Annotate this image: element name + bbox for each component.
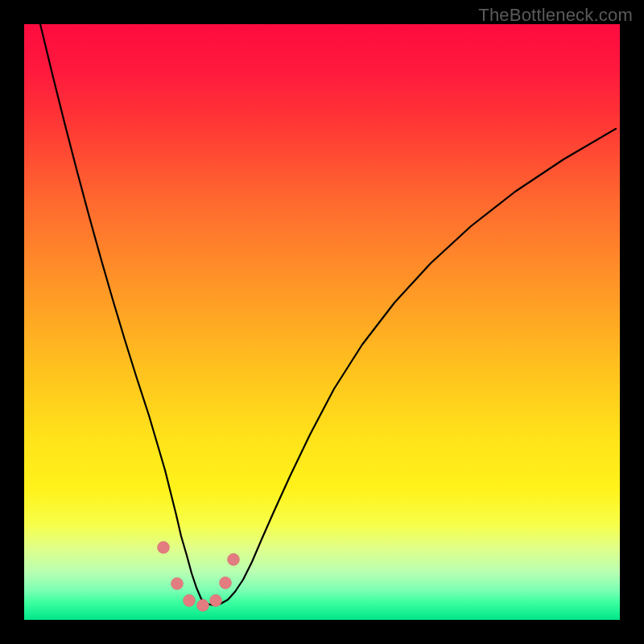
- plot-area: [24, 24, 620, 620]
- marker-dot: [210, 595, 222, 607]
- marker-dot: [158, 542, 170, 554]
- marker-dot: [171, 578, 184, 590]
- chart-frame: TheBottleneck.com: [0, 0, 644, 644]
- marker-dot: [197, 600, 209, 612]
- marker-dot: [184, 595, 196, 607]
- marker-dot: [228, 554, 240, 566]
- curve-layer: [24, 24, 620, 620]
- watermark-text: TheBottleneck.com: [478, 5, 633, 26]
- marker-dot: [220, 577, 232, 589]
- bottleneck-curve: [40, 24, 616, 605]
